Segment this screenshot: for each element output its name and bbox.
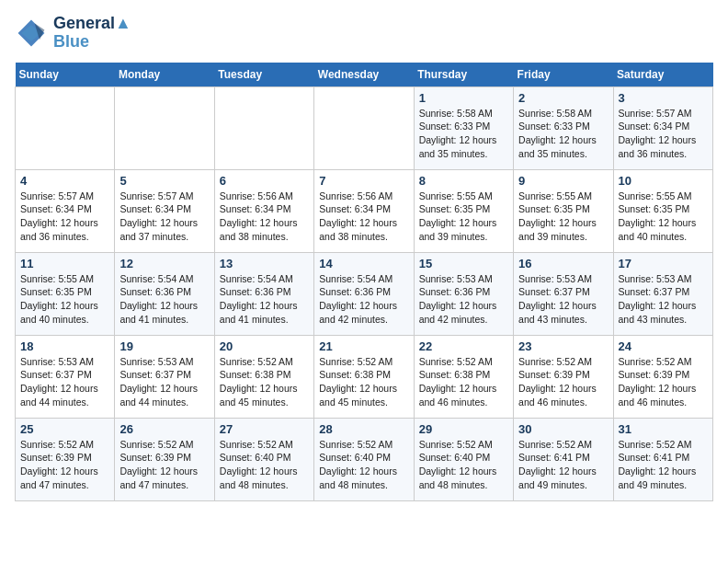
calendar-cell: 6Sunrise: 5:56 AM Sunset: 6:34 PM Daylig… (214, 169, 313, 252)
calendar-cell: 21Sunrise: 5:52 AM Sunset: 6:38 PM Dayli… (314, 335, 414, 418)
day-number: 10 (619, 174, 708, 188)
day-number: 21 (319, 339, 408, 353)
weekday-header-monday: Monday (115, 63, 214, 87)
day-info: Sunrise: 5:53 AM Sunset: 6:37 PM Dayligh… (119, 355, 209, 409)
day-info: Sunrise: 5:56 AM Sunset: 6:34 PM Dayligh… (319, 190, 408, 244)
day-info: Sunrise: 5:52 AM Sunset: 6:38 PM Dayligh… (220, 355, 309, 409)
day-number: 16 (518, 257, 608, 270)
day-number: 24 (619, 339, 708, 353)
day-number: 26 (119, 422, 209, 436)
day-info: Sunrise: 5:55 AM Sunset: 6:35 PM Dayligh… (419, 190, 508, 244)
day-info: Sunrise: 5:55 AM Sunset: 6:35 PM Dayligh… (20, 272, 109, 327)
weekday-header-tuesday: Tuesday (214, 63, 313, 87)
day-number: 8 (419, 174, 508, 188)
day-number: 29 (419, 422, 508, 436)
calendar-cell: 27Sunrise: 5:52 AM Sunset: 6:40 PM Dayli… (214, 418, 313, 500)
day-info: Sunrise: 5:52 AM Sunset: 6:40 PM Dayligh… (220, 438, 309, 492)
day-info: Sunrise: 5:53 AM Sunset: 6:37 PM Dayligh… (20, 355, 109, 409)
day-number: 3 (619, 91, 708, 105)
day-number: 13 (220, 257, 309, 270)
day-info: Sunrise: 5:52 AM Sunset: 6:41 PM Dayligh… (619, 438, 708, 492)
day-info: Sunrise: 5:56 AM Sunset: 6:34 PM Dayligh… (220, 190, 309, 244)
day-info: Sunrise: 5:52 AM Sunset: 6:41 PM Dayligh… (518, 438, 608, 492)
day-info: Sunrise: 5:57 AM Sunset: 6:34 PM Dayligh… (20, 190, 109, 244)
calendar-cell: 22Sunrise: 5:52 AM Sunset: 6:38 PM Dayli… (414, 335, 513, 418)
day-number: 14 (319, 257, 408, 270)
day-info: Sunrise: 5:58 AM Sunset: 6:33 PM Dayligh… (518, 107, 608, 161)
calendar-cell: 26Sunrise: 5:52 AM Sunset: 6:39 PM Dayli… (115, 418, 214, 500)
logo: General▲ Blue (15, 15, 131, 52)
calendar-cell: 19Sunrise: 5:53 AM Sunset: 6:37 PM Dayli… (115, 335, 214, 418)
day-info: Sunrise: 5:55 AM Sunset: 6:35 PM Dayligh… (619, 190, 708, 244)
day-number: 2 (518, 91, 608, 105)
day-info: Sunrise: 5:52 AM Sunset: 6:39 PM Dayligh… (119, 438, 209, 492)
day-number: 27 (220, 422, 309, 436)
calendar-cell: 12Sunrise: 5:54 AM Sunset: 6:36 PM Dayli… (115, 252, 214, 335)
calendar-cell: 11Sunrise: 5:55 AM Sunset: 6:35 PM Dayli… (16, 252, 115, 335)
day-number: 5 (119, 174, 209, 188)
calendar-cell: 30Sunrise: 5:52 AM Sunset: 6:41 PM Dayli… (514, 418, 613, 500)
calendar-cell: 28Sunrise: 5:52 AM Sunset: 6:40 PM Dayli… (314, 418, 414, 500)
calendar-cell: 24Sunrise: 5:52 AM Sunset: 6:39 PM Dayli… (613, 335, 712, 418)
weekday-header-saturday: Saturday (613, 63, 712, 87)
day-number: 6 (220, 174, 309, 188)
calendar-cell: 15Sunrise: 5:53 AM Sunset: 6:36 PM Dayli… (414, 252, 513, 335)
calendar-cell (16, 86, 115, 169)
day-info: Sunrise: 5:54 AM Sunset: 6:36 PM Dayligh… (119, 272, 209, 327)
day-number: 1 (419, 91, 508, 105)
calendar-cell: 4Sunrise: 5:57 AM Sunset: 6:34 PM Daylig… (16, 169, 115, 252)
calendar-cell: 1Sunrise: 5:58 AM Sunset: 6:33 PM Daylig… (414, 86, 513, 169)
calendar-cell: 13Sunrise: 5:54 AM Sunset: 6:36 PM Dayli… (214, 252, 313, 335)
calendar-cell: 14Sunrise: 5:54 AM Sunset: 6:36 PM Dayli… (314, 252, 414, 335)
day-info: Sunrise: 5:55 AM Sunset: 6:35 PM Dayligh… (518, 190, 608, 244)
day-info: Sunrise: 5:52 AM Sunset: 6:39 PM Dayligh… (619, 355, 708, 409)
calendar-cell: 8Sunrise: 5:55 AM Sunset: 6:35 PM Daylig… (414, 169, 513, 252)
calendar-cell (314, 86, 414, 169)
calendar-cell: 23Sunrise: 5:52 AM Sunset: 6:39 PM Dayli… (514, 335, 613, 418)
calendar-cell: 7Sunrise: 5:56 AM Sunset: 6:34 PM Daylig… (314, 169, 414, 252)
weekday-header-sunday: Sunday (16, 63, 115, 87)
page-header: General▲ Blue (15, 15, 713, 52)
day-info: Sunrise: 5:57 AM Sunset: 6:34 PM Dayligh… (619, 107, 708, 161)
calendar-cell: 18Sunrise: 5:53 AM Sunset: 6:37 PM Dayli… (16, 335, 115, 418)
calendar-cell: 25Sunrise: 5:52 AM Sunset: 6:39 PM Dayli… (16, 418, 115, 500)
calendar-cell (115, 86, 214, 169)
calendar-cell: 10Sunrise: 5:55 AM Sunset: 6:35 PM Dayli… (613, 169, 712, 252)
day-info: Sunrise: 5:52 AM Sunset: 6:38 PM Dayligh… (319, 355, 408, 409)
day-number: 30 (518, 422, 608, 436)
logo-text: General▲ Blue (53, 15, 131, 52)
calendar-cell: 20Sunrise: 5:52 AM Sunset: 6:38 PM Dayli… (214, 335, 313, 418)
calendar-cell: 5Sunrise: 5:57 AM Sunset: 6:34 PM Daylig… (115, 169, 214, 252)
day-info: Sunrise: 5:52 AM Sunset: 6:39 PM Dayligh… (20, 438, 109, 492)
day-number: 17 (619, 257, 708, 270)
day-number: 4 (20, 174, 109, 188)
calendar-cell: 3Sunrise: 5:57 AM Sunset: 6:34 PM Daylig… (613, 86, 712, 169)
day-number: 11 (20, 257, 109, 270)
day-number: 20 (220, 339, 309, 353)
day-number: 9 (518, 174, 608, 188)
calendar-cell: 17Sunrise: 5:53 AM Sunset: 6:37 PM Dayli… (613, 252, 712, 335)
weekday-header-friday: Friday (514, 63, 613, 87)
day-number: 18 (20, 339, 109, 353)
day-info: Sunrise: 5:52 AM Sunset: 6:40 PM Dayligh… (419, 438, 508, 492)
day-info: Sunrise: 5:54 AM Sunset: 6:36 PM Dayligh… (220, 272, 309, 327)
day-number: 12 (119, 257, 209, 270)
day-info: Sunrise: 5:54 AM Sunset: 6:36 PM Dayligh… (319, 272, 408, 327)
day-info: Sunrise: 5:57 AM Sunset: 6:34 PM Dayligh… (119, 190, 209, 244)
day-number: 22 (419, 339, 508, 353)
day-number: 19 (119, 339, 209, 353)
day-info: Sunrise: 5:52 AM Sunset: 6:38 PM Dayligh… (419, 355, 508, 409)
day-number: 7 (319, 174, 408, 188)
calendar-cell: 9Sunrise: 5:55 AM Sunset: 6:35 PM Daylig… (514, 169, 613, 252)
calendar-cell: 2Sunrise: 5:58 AM Sunset: 6:33 PM Daylig… (514, 86, 613, 169)
calendar-cell: 16Sunrise: 5:53 AM Sunset: 6:37 PM Dayli… (514, 252, 613, 335)
calendar-cell: 29Sunrise: 5:52 AM Sunset: 6:40 PM Dayli… (414, 418, 513, 500)
day-info: Sunrise: 5:53 AM Sunset: 6:37 PM Dayligh… (619, 272, 708, 327)
day-info: Sunrise: 5:53 AM Sunset: 6:36 PM Dayligh… (419, 272, 508, 327)
day-number: 15 (419, 257, 508, 270)
day-number: 25 (20, 422, 109, 436)
day-number: 23 (518, 339, 608, 353)
day-info: Sunrise: 5:53 AM Sunset: 6:37 PM Dayligh… (518, 272, 608, 327)
logo-icon (15, 17, 48, 50)
calendar-table: SundayMondayTuesdayWednesdayThursdayFrid… (15, 63, 713, 501)
